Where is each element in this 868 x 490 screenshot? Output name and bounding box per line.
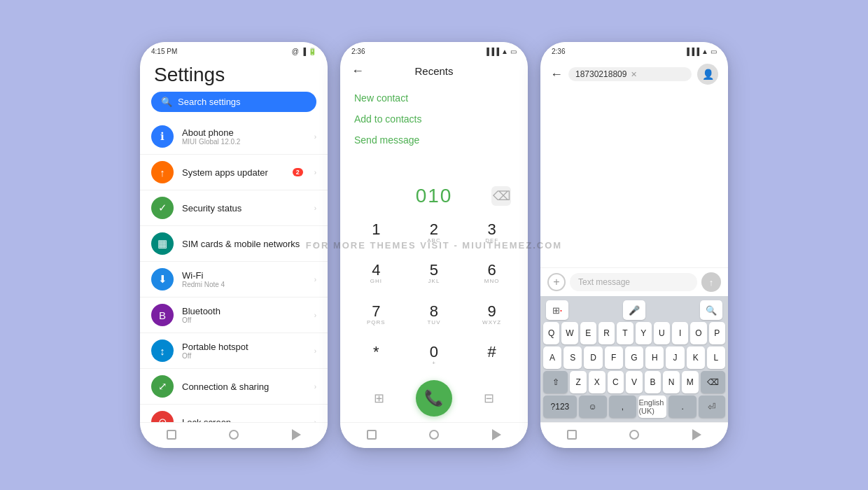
dialpad-grid-icon[interactable]: ⊞ [366, 386, 391, 411]
recents-action-item[interactable]: Add to contacts [354, 109, 514, 129]
kb-key[interactable]: U [654, 322, 670, 344]
kb-key[interactable]: K [687, 346, 705, 369]
kb-mic-icon[interactable]: 🎤 [623, 300, 645, 320]
settings-item-icon: ⤢ [151, 375, 174, 398]
keypad-key[interactable]: 2ABC [405, 213, 463, 253]
keypad-key[interactable]: 9WXYZ [463, 295, 521, 335]
nav-home-btn-3[interactable] [628, 428, 640, 441]
kb-key[interactable]: L [707, 346, 725, 369]
keypad-key[interactable]: 8TUV [405, 295, 463, 335]
kb-key[interactable]: Q [543, 322, 559, 344]
kb-key[interactable]: Y [636, 322, 652, 344]
sms-add-button[interactable]: + [547, 273, 566, 291]
nav-square-btn-2[interactable] [365, 428, 378, 441]
keyboard: ⊞• 🎤 🔍 QWERTYUIOP ASDFGHJKL ⇧ ZXCVBNM⌫ ?… [540, 296, 728, 422]
nav-bar-2 [340, 422, 528, 448]
kb-key[interactable]: R [598, 322, 615, 344]
kb-key[interactable]: M [682, 371, 699, 393]
search-bar[interactable]: 🔍 Search settings [151, 92, 316, 112]
keypad-key[interactable]: 0+ [405, 335, 463, 376]
recents-action-item[interactable]: New contact [354, 88, 514, 108]
kb-key[interactable]: J [666, 346, 684, 369]
kb-key[interactable]: V [626, 371, 643, 393]
kb-key[interactable]: I [672, 322, 688, 344]
kb-space-key[interactable]: English (UK) [638, 396, 666, 418]
settings-item[interactable]: ⤢ Connection & sharing › [140, 369, 328, 405]
back-arrow-icon[interactable]: ← [351, 64, 364, 78]
kb-shift-key[interactable]: ⇧ [543, 371, 568, 393]
dialpad-extra-icon[interactable]: ⊟ [477, 386, 502, 411]
settings-item[interactable]: ℹ About phone MIUI Global 12.0.2 › [140, 119, 328, 155]
kb-special-key[interactable]: , [609, 396, 637, 418]
keypad-key[interactable]: * [347, 335, 405, 376]
recents-action-item[interactable]: Send message [354, 130, 514, 150]
nav-square-btn-3[interactable] [566, 428, 578, 441]
kb-search-kb-icon[interactable]: 🔍 [700, 300, 722, 320]
keypad-key[interactable]: # [463, 335, 521, 376]
kb-key[interactable]: D [584, 346, 602, 369]
nav-back-btn-3[interactable] [690, 428, 703, 441]
kb-special-key[interactable]: ?123 [543, 396, 577, 418]
kb-key[interactable]: F [605, 346, 623, 369]
key-letters: JKL [428, 278, 440, 285]
status-bar-2: 2:36 ▐▐▐ ▲ ▭ [340, 42, 528, 58]
settings-item-label: Lock screen [182, 417, 306, 423]
status-bar-1: 4:15 PM @ ▐ 🔋 [140, 42, 328, 58]
settings-item[interactable]: ✓ Security status › [140, 190, 328, 226]
nav-square-btn[interactable] [165, 428, 178, 441]
chip-close-icon[interactable]: ✕ [631, 70, 637, 79]
settings-item[interactable]: ↕ Portable hotspot Off › [140, 333, 328, 369]
keypad-key[interactable]: 4GHI [347, 253, 405, 294]
sms-send-button[interactable]: ↑ [701, 272, 721, 292]
settings-item-arrow: › [314, 240, 316, 248]
kb-key[interactable]: B [645, 371, 662, 393]
delete-button[interactable]: ⌫ [491, 186, 511, 206]
recents-actions: New contactAdd to contactsSend message [340, 81, 528, 150]
sms-text-input[interactable]: Text message [570, 273, 697, 291]
sms-back-icon[interactable]: ← [550, 67, 563, 82]
settings-item-sub: Off [182, 316, 306, 324]
kb-key[interactable]: G [625, 346, 643, 369]
kb-key[interactable]: T [617, 322, 633, 344]
kb-key[interactable]: X [589, 371, 606, 393]
settings-item-label: Portable hotspot [182, 342, 306, 352]
nav-back-btn[interactable] [290, 428, 302, 441]
settings-item[interactable]: ↑ System apps updater 2 › [140, 155, 328, 190]
key-number: 3 [488, 222, 496, 237]
kb-row-3: ⇧ ZXCVBNM⌫ [542, 371, 727, 393]
keypad-key[interactable]: 5JKL [405, 253, 463, 294]
kb-key[interactable]: W [561, 322, 578, 344]
kb-key[interactable]: C [608, 371, 624, 393]
settings-item[interactable]: ⬇ Wi-Fi Redmi Note 4 › [140, 262, 328, 298]
kb-grid-icon[interactable]: ⊞• [546, 300, 568, 320]
settings-item-text: System apps updater [182, 167, 284, 178]
keypad-key[interactable]: 7PQRS [347, 295, 405, 335]
keypad-key[interactable]: 6MNO [463, 253, 521, 294]
nav-home-btn-2[interactable] [428, 428, 440, 441]
kb-special-key[interactable]: ☺ [579, 396, 607, 418]
contact-avatar[interactable]: 👤 [697, 64, 718, 85]
kb-key[interactable]: N [663, 371, 680, 393]
keypad-key[interactable]: 1 [347, 213, 405, 253]
key-number: 1 [372, 222, 380, 237]
kb-key[interactable]: Z [570, 371, 587, 393]
key-number: 8 [430, 304, 438, 319]
nav-home-btn[interactable] [227, 428, 240, 441]
settings-item[interactable]: ▦ SIM cards & mobile networks › [140, 226, 328, 262]
kb-backspace-key[interactable]: ⌫ [701, 371, 725, 393]
call-button[interactable]: 📞 [416, 380, 452, 416]
settings-item[interactable]: B Bluetooth Off › [140, 298, 328, 333]
settings-item[interactable]: ⊙ Lock screen › [140, 405, 328, 422]
kb-period-key[interactable]: . [668, 396, 696, 418]
settings-item-label: Connection & sharing [182, 382, 306, 392]
kb-key[interactable]: O [690, 322, 706, 344]
keypad-key[interactable]: 3DEF [463, 213, 521, 253]
kb-key[interactable]: S [564, 346, 582, 369]
kb-key[interactable]: H [645, 346, 664, 369]
kb-key[interactable]: A [543, 346, 561, 369]
key-number: 0 [430, 344, 438, 360]
kb-key[interactable]: P [709, 322, 725, 344]
kb-key[interactable]: E [580, 322, 596, 344]
kb-return-key[interactable]: ⏎ [699, 396, 725, 418]
nav-back-btn-2[interactable] [490, 428, 503, 441]
